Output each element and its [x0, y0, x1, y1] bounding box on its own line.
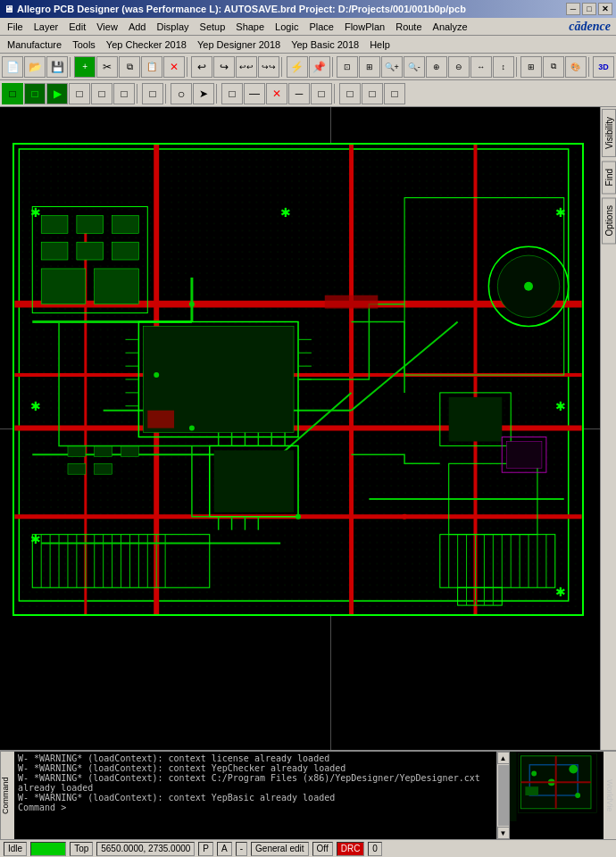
tb-color[interactable]: 🎨 — [565, 56, 587, 78]
tb2-circle[interactable]: ○ — [171, 83, 192, 104]
tb2-7[interactable]: □ — [142, 83, 163, 104]
tb-cut[interactable]: ✂ — [96, 56, 118, 78]
tb2-minus[interactable]: ─ — [288, 83, 310, 104]
menu-view[interactable]: View — [91, 20, 123, 34]
tb-zoom-prev[interactable]: ⊖ — [448, 56, 470, 78]
menu-edit[interactable]: Edit — [63, 20, 91, 34]
svg-text:✱: ✱ — [280, 205, 291, 220]
tab-options[interactable]: Options — [602, 197, 616, 244]
status-mode: General edit — [251, 842, 308, 856]
tb-undo2[interactable]: ↩↩ — [236, 56, 257, 78]
menu-add[interactable]: Add — [123, 20, 152, 34]
tb2-6[interactable]: □ — [113, 83, 135, 104]
maximize-button[interactable]: □ — [582, 3, 596, 15]
tb2-1[interactable]: □ — [2, 83, 23, 104]
tb-copy[interactable]: ⧉ — [119, 56, 140, 78]
console-area: Command W- *WARNING* (loadContext): cont… — [0, 750, 616, 839]
tab-find[interactable]: Find — [602, 161, 616, 194]
menu-tools[interactable]: Tools — [67, 37, 101, 52]
tb-zoom-board[interactable]: ⊞ — [359, 56, 380, 78]
menu-help[interactable]: Help — [364, 37, 395, 52]
tb-layers[interactable]: ⧉ — [543, 56, 564, 78]
menu-yep-basic[interactable]: Yep Basic 2018 — [286, 37, 364, 52]
menu-route[interactable]: Route — [390, 20, 427, 34]
tb-pan[interactable]: ↕ — [493, 56, 514, 78]
scroll-down-button[interactable]: ▼ — [497, 827, 510, 839]
tb-zoom-out[interactable]: 🔍- — [404, 56, 425, 78]
tb2-4[interactable]: □ — [69, 83, 90, 104]
status-drc[interactable]: DRC — [337, 842, 365, 856]
tb-grid[interactable]: ⊞ — [520, 56, 542, 78]
svg-text:✱: ✱ — [555, 585, 566, 599]
tb-sep-6 — [588, 57, 591, 77]
menu-file[interactable]: File — [2, 20, 29, 34]
main-area: ✱ ✱ ✱ ✱ ✱ ✱ ✱ — [0, 107, 616, 750]
tb2-line[interactable]: — — [244, 83, 265, 104]
tb-save[interactable]: 💾 — [46, 56, 68, 78]
tb-redo2[interactable]: ↪↪ — [258, 56, 279, 78]
close-button[interactable]: ✕ — [598, 3, 612, 15]
tb-zoom-fit[interactable]: ⊡ — [337, 56, 358, 78]
tb2-3[interactable]: ▶ — [46, 83, 68, 104]
svg-rect-57 — [449, 397, 503, 442]
tb-paste[interactable]: 📋 — [141, 56, 162, 78]
command-label: Command — [0, 752, 14, 839]
tb-undo[interactable]: ↩ — [191, 56, 212, 78]
status-separator: - — [236, 842, 247, 856]
tb-zoom-in[interactable]: 🔍+ — [381, 56, 403, 78]
tb2-sq4[interactable]: □ — [362, 83, 383, 104]
tb2-sq2[interactable]: □ — [311, 83, 332, 104]
menu-layer[interactable]: Layer — [29, 20, 64, 34]
title-text: 🖥 Allegro PCB Designer (was Performance … — [4, 4, 466, 14]
svg-point-121 — [531, 771, 537, 777]
tb-3d[interactable]: 3D — [593, 56, 614, 78]
pcb-svg: ✱ ✱ ✱ ✱ ✱ ✱ ✱ — [14, 145, 582, 614]
menu-setup[interactable]: Setup — [195, 20, 231, 34]
scroll-track[interactable] — [498, 765, 509, 826]
scroll-up-button[interactable]: ▲ — [497, 752, 510, 764]
tb2-sq3[interactable]: □ — [339, 83, 361, 104]
cadence-logo: cādence — [569, 20, 614, 34]
menu-logic[interactable]: Logic — [270, 20, 304, 34]
menu-manufacture[interactable]: Manufacture — [2, 37, 67, 52]
tb2-arrow[interactable]: ➤ — [193, 83, 214, 104]
menu-analyze[interactable]: Analyze — [428, 20, 473, 34]
tb2-sep-3 — [216, 84, 220, 104]
canvas-area[interactable]: ✱ ✱ ✱ ✱ ✱ ✱ ✱ — [0, 107, 600, 750]
tab-visibility[interactable]: Visibility — [602, 109, 616, 157]
tb-new[interactable]: 📄 — [2, 56, 23, 78]
console-text[interactable]: W- *WARNING* (loadContext): context lice… — [14, 752, 496, 839]
status-coordinates: 5650.0000, 2735.0000 — [96, 842, 195, 856]
menu-flowplan[interactable]: FlowPlan — [339, 20, 390, 34]
tb2-sep-4 — [334, 84, 337, 104]
tb2-sq5[interactable]: □ — [384, 83, 405, 104]
menu-bar-1: File Layer Edit View Add Display Setup S… — [0, 18, 616, 36]
tb-zoom-custom[interactable]: ⊕ — [426, 56, 447, 78]
tb2-rect[interactable]: □ — [221, 83, 243, 104]
svg-text:✱: ✱ — [555, 399, 566, 413]
svg-rect-61 — [121, 445, 139, 456]
pcb-board[interactable]: ✱ ✱ ✱ ✱ ✱ ✱ ✱ — [12, 143, 584, 616]
tb-delete[interactable]: ✕ — [163, 56, 185, 78]
menu-shape[interactable]: Shape — [230, 20, 270, 34]
menu-place[interactable]: Place — [304, 20, 339, 34]
tb2-5[interactable]: □ — [91, 83, 112, 104]
tb2-2[interactable]: □ — [24, 83, 46, 104]
tb2-x[interactable]: ✕ — [266, 83, 287, 104]
menu-yep-checker[interactable]: Yep Checker 2018 — [101, 37, 192, 52]
svg-rect-110 — [506, 441, 542, 468]
tb-zoom-next[interactable]: ↔ — [470, 56, 492, 78]
svg-rect-27 — [95, 269, 139, 304]
tb-add-connect[interactable]: + — [74, 56, 96, 78]
menu-display[interactable]: Display — [151, 20, 194, 34]
tb-open[interactable]: 📂 — [24, 56, 46, 78]
menu-yep-designer[interactable]: Yep Designer 2018 — [192, 37, 286, 52]
tb-redo[interactable]: ↪ — [213, 56, 235, 78]
minimap-svg — [510, 752, 616, 821]
minimize-button[interactable]: ─ — [566, 3, 580, 15]
status-idle: Idle — [4, 842, 27, 856]
svg-text:✱: ✱ — [30, 532, 41, 546]
svg-rect-24 — [77, 242, 104, 260]
tb-ratsnest[interactable]: ⚡ — [287, 56, 308, 78]
tb-pin[interactable]: 📌 — [309, 56, 330, 78]
